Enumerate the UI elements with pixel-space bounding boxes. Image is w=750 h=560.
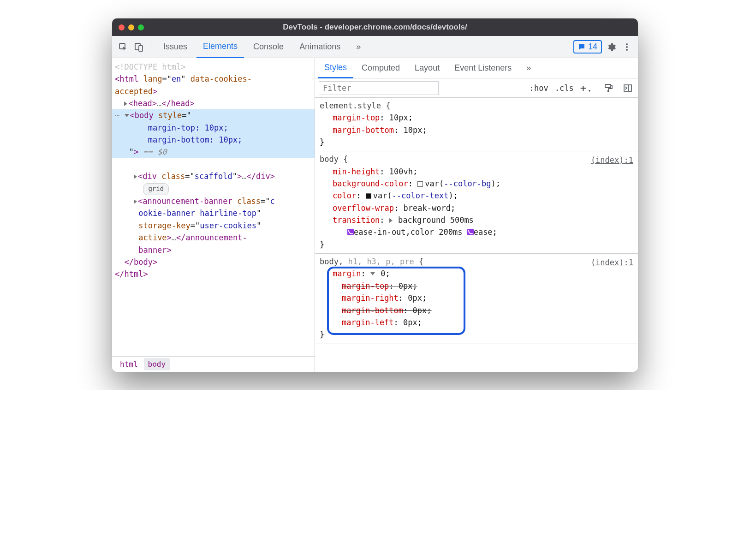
inspect-icon[interactable]: [117, 41, 130, 54]
html-close: </html>: [115, 269, 148, 279]
window-title: DevTools - developer.chrome.com/docs/dev…: [112, 23, 638, 32]
issues-count: 14: [588, 42, 597, 52]
settings-button[interactable]: [605, 41, 618, 54]
doctype-line: <!DOCTYPE html>: [115, 62, 186, 71]
tab-elements[interactable]: Elements: [196, 36, 244, 58]
color-swatch-icon[interactable]: [366, 193, 371, 199]
tab-animations[interactable]: Animations: [293, 36, 347, 58]
svg-rect-7: [607, 90, 609, 92]
svg-rect-6: [605, 84, 611, 88]
devtools-window: DevTools - developer.chrome.com/docs/dev…: [112, 18, 638, 372]
subtab-styles[interactable]: Styles: [318, 59, 353, 78]
main-toolbar: Issues Elements Console Animations » 14: [112, 36, 638, 58]
paint-icon[interactable]: [602, 82, 615, 95]
styles-sub-tabs: Styles Computed Layout Event Listeners »: [315, 58, 638, 78]
rule-source-link[interactable]: (index):1: [591, 154, 633, 166]
head-node[interactable]: <head>…</head>: [124, 99, 194, 108]
svg-rect-8: [624, 85, 631, 91]
rule-body-group[interactable]: (index):1 body, h1, h3, p, pre { margin:…: [315, 254, 638, 344]
dom-tree[interactable]: <!DOCTYPE html> <html lang="en" data-coo…: [112, 58, 315, 356]
tab-console[interactable]: Console: [247, 36, 290, 58]
svg-point-3: [626, 43, 628, 45]
computed-sidebar-toggle-icon[interactable]: [621, 82, 634, 95]
svg-rect-2: [139, 46, 143, 51]
rule-source-link[interactable]: (index):1: [591, 256, 633, 268]
color-swatch-icon[interactable]: [417, 181, 423, 187]
subtab-layout[interactable]: Layout: [408, 58, 446, 78]
timing-icon[interactable]: [467, 229, 474, 235]
crumb-body[interactable]: body: [144, 358, 170, 370]
titlebar: DevTools - developer.chrome.com/docs/dev…: [112, 18, 638, 36]
timing-icon[interactable]: [347, 229, 354, 235]
breadcrumb: html body: [112, 356, 315, 372]
crumb-html[interactable]: html: [116, 358, 142, 370]
div-node[interactable]: <div class="scaffold">…</div>: [134, 172, 275, 181]
rule-body[interactable]: (index):1 body { min-height: 100vh; back…: [315, 151, 638, 254]
elements-panel: <!DOCTYPE html> <html lang="en" data-coo…: [112, 58, 315, 372]
svg-point-5: [626, 49, 628, 51]
cls-toggle[interactable]: .cls: [555, 83, 574, 93]
issues-icon: [578, 43, 585, 51]
gear-icon: [606, 42, 616, 52]
css-rules-list: element.style { margin-top: 10px; margin…: [315, 98, 638, 372]
subtabs-overflow[interactable]: »: [520, 58, 537, 78]
subtab-computed[interactable]: Computed: [355, 58, 406, 78]
styles-filter-input[interactable]: [319, 81, 439, 95]
device-toggle-icon[interactable]: [132, 41, 145, 54]
more-menu-button[interactable]: [620, 41, 633, 54]
body-node-selected[interactable]: ⋯ <body style=" margin-top: 10px; margin…: [112, 109, 315, 158]
hov-toggle[interactable]: :hov: [530, 83, 548, 93]
body-close: </body>: [124, 257, 157, 267]
html-open[interactable]: <html lang="en" data-cookies- accepted>: [115, 74, 252, 95]
styles-panel: Styles Computed Layout Event Listeners »…: [315, 58, 638, 372]
tabs-overflow[interactable]: »: [350, 36, 367, 58]
new-rule-button[interactable]: +: [580, 82, 586, 94]
issues-badge[interactable]: 14: [573, 40, 602, 54]
svg-point-4: [626, 46, 628, 48]
announcement-banner-node[interactable]: <announcement-banner class="c ookie-bann…: [115, 197, 275, 254]
grid-badge[interactable]: grid: [143, 183, 169, 195]
rule-element-style[interactable]: element.style { margin-top: 10px; margin…: [315, 98, 638, 151]
subtab-event-listeners[interactable]: Event Listeners: [448, 58, 518, 78]
tab-issues[interactable]: Issues: [157, 36, 194, 58]
kebab-icon: [622, 42, 631, 52]
styles-filter-bar: :hov .cls + ▾: [315, 78, 638, 98]
